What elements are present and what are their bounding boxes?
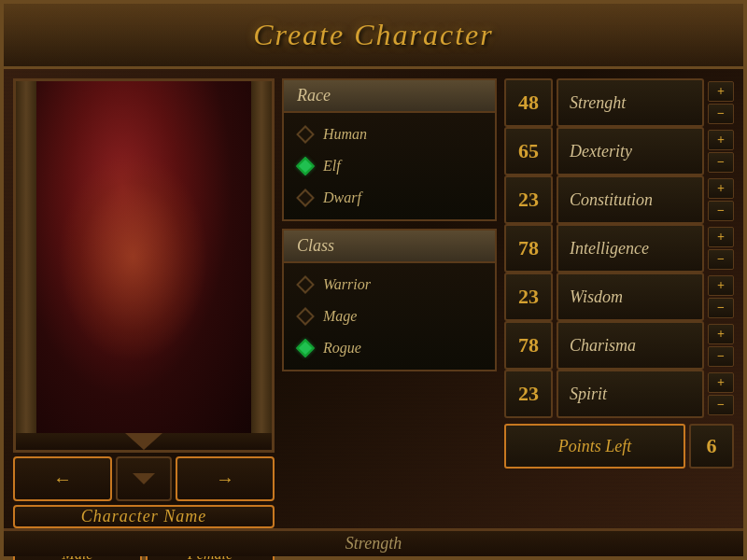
race-option-human[interactable]: Human [284, 119, 495, 150]
stats-container: 48Strenght+−65Dexterity+−23Constitution+… [504, 78, 734, 418]
title-bar: Create Character [4, 4, 743, 69]
class-label: Class [297, 236, 334, 255]
arrow-right-icon: → [216, 469, 234, 490]
arrow-left-icon: ← [53, 469, 72, 490]
bottom-bar: Strength [4, 528, 743, 556]
portrait-nav: ← → [13, 456, 275, 501]
stat-controls-charisma: +− [708, 324, 734, 367]
portrait-chevron-icon [125, 433, 162, 450]
class-section-header: Class [282, 229, 497, 261]
race-dwarf-label: Dwarf [323, 189, 361, 206]
table-row: 23Spirit+− [504, 370, 734, 418]
table-row: 65Dexterity+− [504, 127, 734, 175]
class-warrior-label: Warrior [323, 276, 371, 293]
stats-panel: 48Strenght+−65Dexterity+−23Constitution+… [504, 78, 734, 519]
stat-controls-dexterity: +− [708, 130, 734, 173]
stat-increase-spirit-button[interactable]: + [708, 372, 734, 393]
race-human-label: Human [323, 126, 367, 143]
main-frame: Create Character ← → [0, 0, 747, 560]
points-left-row: Points Left 6 [504, 424, 734, 469]
stat-controls-constitution: +− [708, 178, 734, 221]
stat-name-spirit: Spirit [557, 370, 704, 418]
class-option-mage[interactable]: Mage [284, 301, 495, 332]
stat-decrease-strenght-button[interactable]: − [708, 104, 734, 124]
race-section-header: Race [282, 78, 497, 111]
stat-decrease-spirit-button[interactable]: − [708, 395, 734, 415]
portrait-center-button[interactable] [116, 456, 172, 501]
class-rogue-label: Rogue [323, 340, 361, 357]
next-portrait-button[interactable]: → [176, 456, 275, 501]
stat-name-strenght: Strenght [557, 78, 704, 127]
stat-value-spirit: 23 [504, 370, 553, 418]
stat-controls-spirit: +− [708, 372, 734, 415]
stat-name-dexterity: Dexterity [557, 127, 704, 175]
race-option-dwarf[interactable]: Dwarf [284, 182, 495, 214]
class-option-list: Warrior Mage Rogue [282, 261, 497, 371]
stat-value-dexterity: 65 [504, 127, 553, 175]
stat-increase-intelligence-button[interactable]: + [708, 227, 734, 247]
stat-value-charisma: 78 [504, 321, 553, 370]
bottom-text: Strength [345, 534, 402, 553]
character-name-label: Character Name [81, 507, 207, 526]
stat-value-strenght: 48 [504, 78, 553, 127]
diamond-icon-human [296, 125, 315, 144]
stat-name-charisma: Charisma [557, 321, 704, 370]
stat-decrease-dexterity-button[interactable]: − [708, 152, 734, 173]
stat-value-constitution: 23 [504, 175, 553, 224]
race-label: Race [297, 86, 331, 105]
diamond-icon-dwarf [296, 189, 315, 207]
stat-decrease-constitution-button[interactable]: − [708, 201, 734, 221]
chevron-down-icon [133, 473, 155, 484]
stat-controls-intelligence: +− [708, 227, 734, 270]
stat-decrease-charisma-button[interactable]: − [708, 346, 734, 367]
race-option-list: Human Elf Dwarf [282, 111, 497, 221]
race-elf-label: Elf [323, 158, 341, 175]
stat-name-constitution: Constitution [557, 175, 704, 224]
portrait-frame [13, 78, 275, 433]
stat-increase-wisdom-button[interactable]: + [708, 275, 734, 296]
left-panel: ← → Character Name Male Female [13, 78, 275, 519]
class-mage-label: Mage [323, 308, 357, 325]
stat-name-intelligence: Intelligence [557, 224, 704, 273]
stat-decrease-intelligence-button[interactable]: − [708, 249, 734, 270]
table-row: 48Strenght+− [504, 78, 734, 127]
class-option-rogue[interactable]: Rogue [284, 332, 495, 364]
points-left-value: 6 [689, 424, 734, 469]
stat-controls-wisdom: +− [708, 275, 734, 318]
table-row: 23Constitution+− [504, 175, 734, 224]
character-name-button[interactable]: Character Name [13, 505, 275, 528]
stat-increase-strenght-button[interactable]: + [708, 81, 734, 102]
stat-value-wisdom: 23 [504, 273, 553, 321]
stat-increase-dexterity-button[interactable]: + [708, 130, 734, 150]
stat-decrease-wisdom-button[interactable]: − [708, 298, 734, 318]
portrait-bottom [13, 433, 275, 453]
points-left-label: Points Left [504, 424, 685, 469]
diamond-icon-warrior [296, 275, 315, 294]
race-option-elf[interactable]: Elf [284, 150, 495, 182]
stat-value-intelligence: 78 [504, 224, 553, 273]
stat-increase-charisma-button[interactable]: + [708, 324, 734, 344]
portrait-image [36, 81, 251, 433]
diamond-icon-rogue [296, 339, 315, 357]
class-option-warrior[interactable]: Warrior [284, 269, 495, 301]
table-row: 23Wisdom+− [504, 273, 734, 321]
stat-increase-constitution-button[interactable]: + [708, 178, 734, 199]
stat-name-wisdom: Wisdom [557, 273, 704, 321]
table-row: 78Charisma+− [504, 321, 734, 370]
main-content: ← → Character Name Male Female [4, 69, 743, 528]
stat-controls-strenght: +− [708, 81, 734, 124]
diamond-icon-mage [296, 307, 315, 326]
prev-portrait-button[interactable]: ← [13, 456, 112, 501]
middle-panel: Race Human Elf Dwarf Class [282, 78, 497, 519]
page-title: Create Character [253, 18, 493, 52]
diamond-icon-elf [296, 157, 315, 175]
table-row: 78Intelligence+− [504, 224, 734, 273]
